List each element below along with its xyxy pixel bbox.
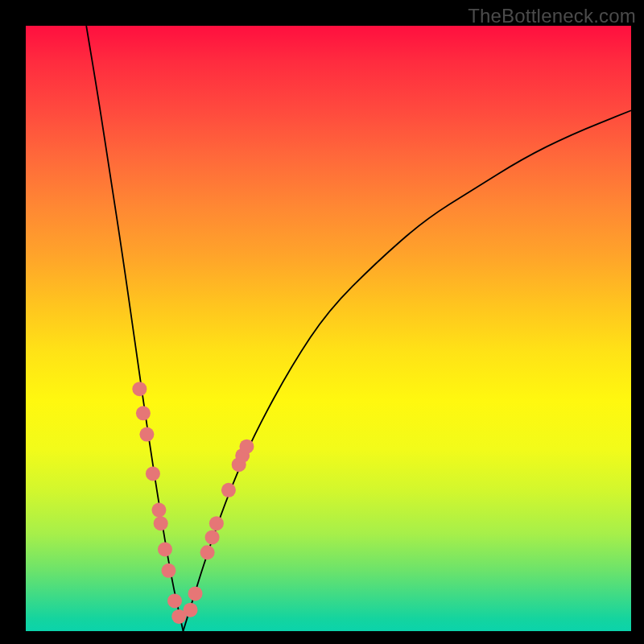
bead [167, 593, 182, 608]
bead [184, 603, 198, 617]
bead [209, 516, 224, 530]
bead [154, 516, 168, 530]
curve-svg [26, 26, 631, 631]
bead [239, 440, 254, 454]
plot-area [26, 26, 631, 631]
bead [161, 564, 175, 578]
bead [200, 545, 215, 559]
bead-group [132, 382, 254, 624]
watermark-text: TheBottleneck.com [468, 5, 636, 27]
curve-left-branch [86, 26, 183, 631]
bead [205, 530, 220, 544]
bead [151, 503, 166, 518]
bead [158, 542, 172, 556]
bead [132, 382, 147, 396]
bead [136, 406, 151, 420]
bead [221, 483, 236, 497]
bead [139, 427, 154, 442]
bead [188, 586, 203, 601]
curve-right-branch [184, 110, 631, 631]
bead [146, 466, 160, 481]
chart-frame: { "watermark": "TheBottleneck.com", "cha… [0, 0, 644, 644]
